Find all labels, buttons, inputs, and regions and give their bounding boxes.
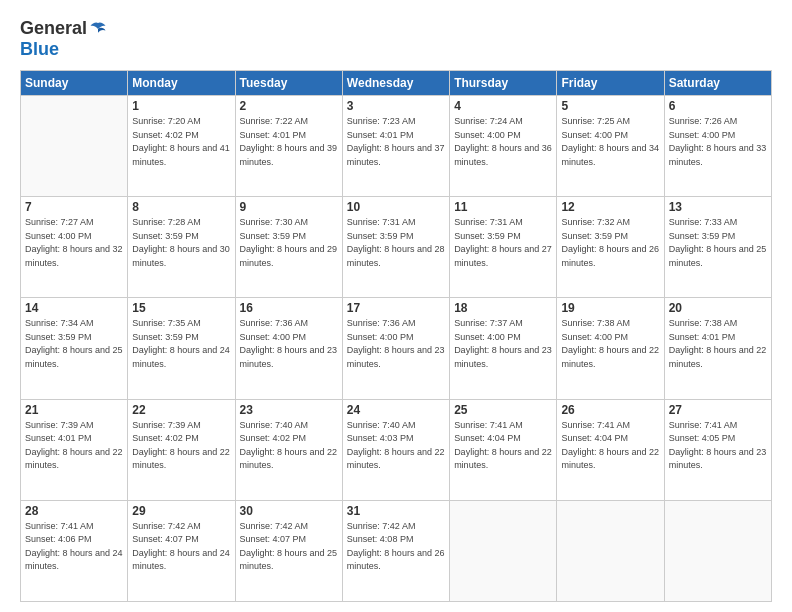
- calendar-cell: 1Sunrise: 7:20 AMSunset: 4:02 PMDaylight…: [128, 96, 235, 197]
- week-row-4: 21Sunrise: 7:39 AMSunset: 4:01 PMDayligh…: [21, 399, 772, 500]
- calendar-cell: 19Sunrise: 7:38 AMSunset: 4:00 PMDayligh…: [557, 298, 664, 399]
- day-number: 3: [347, 99, 445, 113]
- calendar-cell: [557, 500, 664, 601]
- calendar-cell: 28Sunrise: 7:41 AMSunset: 4:06 PMDayligh…: [21, 500, 128, 601]
- day-info: Sunrise: 7:40 AMSunset: 4:03 PMDaylight:…: [347, 419, 445, 473]
- day-number: 10: [347, 200, 445, 214]
- day-info: Sunrise: 7:32 AMSunset: 3:59 PMDaylight:…: [561, 216, 659, 270]
- day-number: 1: [132, 99, 230, 113]
- day-number: 23: [240, 403, 338, 417]
- day-number: 24: [347, 403, 445, 417]
- calendar-cell: 22Sunrise: 7:39 AMSunset: 4:02 PMDayligh…: [128, 399, 235, 500]
- day-info: Sunrise: 7:41 AMSunset: 4:06 PMDaylight:…: [25, 520, 123, 574]
- calendar-cell: 15Sunrise: 7:35 AMSunset: 3:59 PMDayligh…: [128, 298, 235, 399]
- calendar-cell: 25Sunrise: 7:41 AMSunset: 4:04 PMDayligh…: [450, 399, 557, 500]
- calendar-cell: 4Sunrise: 7:24 AMSunset: 4:00 PMDaylight…: [450, 96, 557, 197]
- day-info: Sunrise: 7:35 AMSunset: 3:59 PMDaylight:…: [132, 317, 230, 371]
- calendar-cell: 11Sunrise: 7:31 AMSunset: 3:59 PMDayligh…: [450, 197, 557, 298]
- weekday-header-friday: Friday: [557, 71, 664, 96]
- day-number: 18: [454, 301, 552, 315]
- calendar-cell: 31Sunrise: 7:42 AMSunset: 4:08 PMDayligh…: [342, 500, 449, 601]
- weekday-header-tuesday: Tuesday: [235, 71, 342, 96]
- day-number: 12: [561, 200, 659, 214]
- calendar-cell: 16Sunrise: 7:36 AMSunset: 4:00 PMDayligh…: [235, 298, 342, 399]
- day-number: 4: [454, 99, 552, 113]
- day-number: 17: [347, 301, 445, 315]
- day-info: Sunrise: 7:42 AMSunset: 4:07 PMDaylight:…: [132, 520, 230, 574]
- day-number: 7: [25, 200, 123, 214]
- day-info: Sunrise: 7:26 AMSunset: 4:00 PMDaylight:…: [669, 115, 767, 169]
- calendar-cell: 6Sunrise: 7:26 AMSunset: 4:00 PMDaylight…: [664, 96, 771, 197]
- day-number: 22: [132, 403, 230, 417]
- day-number: 30: [240, 504, 338, 518]
- day-info: Sunrise: 7:25 AMSunset: 4:00 PMDaylight:…: [561, 115, 659, 169]
- day-info: Sunrise: 7:41 AMSunset: 4:04 PMDaylight:…: [561, 419, 659, 473]
- day-info: Sunrise: 7:39 AMSunset: 4:02 PMDaylight:…: [132, 419, 230, 473]
- day-number: 21: [25, 403, 123, 417]
- weekday-header-sunday: Sunday: [21, 71, 128, 96]
- day-info: Sunrise: 7:22 AMSunset: 4:01 PMDaylight:…: [240, 115, 338, 169]
- day-number: 20: [669, 301, 767, 315]
- calendar-cell: 10Sunrise: 7:31 AMSunset: 3:59 PMDayligh…: [342, 197, 449, 298]
- day-number: 15: [132, 301, 230, 315]
- day-info: Sunrise: 7:42 AMSunset: 4:07 PMDaylight:…: [240, 520, 338, 574]
- header: General Blue: [20, 18, 772, 60]
- calendar-table: SundayMondayTuesdayWednesdayThursdayFrid…: [20, 70, 772, 602]
- day-info: Sunrise: 7:42 AMSunset: 4:08 PMDaylight:…: [347, 520, 445, 574]
- day-number: 27: [669, 403, 767, 417]
- weekday-header-saturday: Saturday: [664, 71, 771, 96]
- day-info: Sunrise: 7:37 AMSunset: 4:00 PMDaylight:…: [454, 317, 552, 371]
- calendar-cell: [21, 96, 128, 197]
- calendar-cell: 26Sunrise: 7:41 AMSunset: 4:04 PMDayligh…: [557, 399, 664, 500]
- day-info: Sunrise: 7:31 AMSunset: 3:59 PMDaylight:…: [454, 216, 552, 270]
- logo: General Blue: [20, 18, 107, 60]
- calendar-cell: 8Sunrise: 7:28 AMSunset: 3:59 PMDaylight…: [128, 197, 235, 298]
- day-number: 14: [25, 301, 123, 315]
- week-row-1: 1Sunrise: 7:20 AMSunset: 4:02 PMDaylight…: [21, 96, 772, 197]
- calendar-cell: 5Sunrise: 7:25 AMSunset: 4:00 PMDaylight…: [557, 96, 664, 197]
- calendar-cell: 14Sunrise: 7:34 AMSunset: 3:59 PMDayligh…: [21, 298, 128, 399]
- logo-general-text: General: [20, 18, 87, 39]
- week-row-2: 7Sunrise: 7:27 AMSunset: 4:00 PMDaylight…: [21, 197, 772, 298]
- day-info: Sunrise: 7:38 AMSunset: 4:01 PMDaylight:…: [669, 317, 767, 371]
- day-info: Sunrise: 7:39 AMSunset: 4:01 PMDaylight:…: [25, 419, 123, 473]
- day-info: Sunrise: 7:23 AMSunset: 4:01 PMDaylight:…: [347, 115, 445, 169]
- calendar-cell: [664, 500, 771, 601]
- day-info: Sunrise: 7:34 AMSunset: 3:59 PMDaylight:…: [25, 317, 123, 371]
- day-info: Sunrise: 7:41 AMSunset: 4:05 PMDaylight:…: [669, 419, 767, 473]
- logo-bird-icon: [89, 20, 107, 38]
- day-info: Sunrise: 7:31 AMSunset: 3:59 PMDaylight:…: [347, 216, 445, 270]
- day-info: Sunrise: 7:27 AMSunset: 4:00 PMDaylight:…: [25, 216, 123, 270]
- day-info: Sunrise: 7:36 AMSunset: 4:00 PMDaylight:…: [240, 317, 338, 371]
- calendar-cell: 30Sunrise: 7:42 AMSunset: 4:07 PMDayligh…: [235, 500, 342, 601]
- calendar-cell: [450, 500, 557, 601]
- day-info: Sunrise: 7:33 AMSunset: 3:59 PMDaylight:…: [669, 216, 767, 270]
- calendar-cell: 17Sunrise: 7:36 AMSunset: 4:00 PMDayligh…: [342, 298, 449, 399]
- day-number: 28: [25, 504, 123, 518]
- day-info: Sunrise: 7:36 AMSunset: 4:00 PMDaylight:…: [347, 317, 445, 371]
- calendar-cell: 27Sunrise: 7:41 AMSunset: 4:05 PMDayligh…: [664, 399, 771, 500]
- day-number: 8: [132, 200, 230, 214]
- logo-blue-text: Blue: [20, 39, 59, 59]
- weekday-header-wednesday: Wednesday: [342, 71, 449, 96]
- day-number: 6: [669, 99, 767, 113]
- day-number: 16: [240, 301, 338, 315]
- day-info: Sunrise: 7:24 AMSunset: 4:00 PMDaylight:…: [454, 115, 552, 169]
- week-row-3: 14Sunrise: 7:34 AMSunset: 3:59 PMDayligh…: [21, 298, 772, 399]
- day-info: Sunrise: 7:38 AMSunset: 4:00 PMDaylight:…: [561, 317, 659, 371]
- day-number: 5: [561, 99, 659, 113]
- weekday-header-row: SundayMondayTuesdayWednesdayThursdayFrid…: [21, 71, 772, 96]
- day-number: 13: [669, 200, 767, 214]
- day-info: Sunrise: 7:30 AMSunset: 3:59 PMDaylight:…: [240, 216, 338, 270]
- calendar-cell: 21Sunrise: 7:39 AMSunset: 4:01 PMDayligh…: [21, 399, 128, 500]
- day-info: Sunrise: 7:40 AMSunset: 4:02 PMDaylight:…: [240, 419, 338, 473]
- day-number: 25: [454, 403, 552, 417]
- calendar-cell: 23Sunrise: 7:40 AMSunset: 4:02 PMDayligh…: [235, 399, 342, 500]
- calendar-cell: 24Sunrise: 7:40 AMSunset: 4:03 PMDayligh…: [342, 399, 449, 500]
- calendar-cell: 12Sunrise: 7:32 AMSunset: 3:59 PMDayligh…: [557, 197, 664, 298]
- day-info: Sunrise: 7:28 AMSunset: 3:59 PMDaylight:…: [132, 216, 230, 270]
- day-info: Sunrise: 7:20 AMSunset: 4:02 PMDaylight:…: [132, 115, 230, 169]
- weekday-header-thursday: Thursday: [450, 71, 557, 96]
- day-number: 26: [561, 403, 659, 417]
- calendar-page: General Blue SundayMondayTuesdayWednesda…: [0, 0, 792, 612]
